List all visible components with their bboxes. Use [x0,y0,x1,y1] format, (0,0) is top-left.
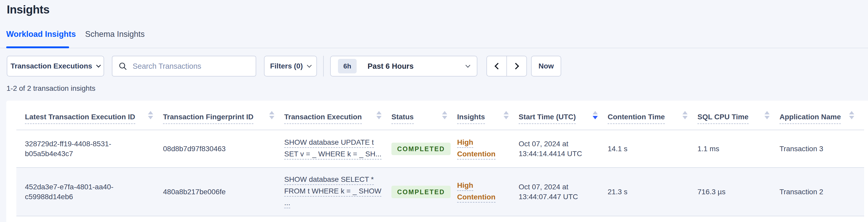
contention-time-cell: 14.1 s [608,130,698,167]
now-button[interactable]: Now [531,56,561,76]
sort-icon [682,111,688,119]
tab-schema-insights[interactable]: Schema Insights [85,30,145,39]
status-cell: COMPLETED [392,130,457,167]
sql-cpu-time-cell: 716.3 µs [698,167,779,216]
insights-cell: High Contention [457,130,519,167]
page-title: Insights [7,3,50,16]
transaction-execution-cell: SHOW database SELECT * FROM t WHERE k = … [284,167,392,216]
column-header-contention-time[interactable]: Contention Time [608,101,698,130]
transaction-execution-link[interactable]: SHOW database UPDATE t SET v = _ WHERE k… [284,138,381,158]
time-range-arrows [487,56,527,76]
execution-id-cell: 328729d2-ff19-4408-8531- b05a5b4e43c7 [17,130,163,167]
application-name-cell: Transaction 3 [779,130,864,167]
chevron-down-icon [96,63,101,67]
now-button-label: Now [538,62,554,70]
time-range-dropdown[interactable]: 6h Past 6 Hours [330,56,477,76]
filters-dropdown-label: Filters (0) [270,62,303,70]
column-header-transaction-execution[interactable]: Transaction Execution [284,101,392,130]
column-header-transaction-fingerprint-id[interactable]: Transaction Fingerprint ID [163,101,284,130]
sort-icon [765,111,770,119]
column-header-application-name[interactable]: Application Name [779,101,864,130]
status-badge: COMPLETED [392,142,451,155]
application-name-cell: Transaction 2 [779,167,864,216]
time-range-badge: 6h [338,59,356,73]
toolbar-separator [323,56,324,76]
fingerprint-id-cell: 480a8b217be006fe [163,167,284,216]
sort-icon [849,111,854,119]
status-cell: COMPLETED [392,167,457,216]
column-header-latest-transaction-execution-id[interactable]: Latest Transaction Execution ID [17,101,163,130]
results-summary: 1-2 of 2 transaction insights [6,84,95,93]
start-time-cell: Oct 07, 2024 at 13:44:14.4414 UTC [519,130,608,167]
high-contention-link[interactable]: High Contention [457,138,496,158]
sql-cpu-time-cell: 1.1 ms [698,130,779,167]
chevron-right-icon [513,63,519,69]
transaction-insights-table: Latest Transaction Execution ID Transact… [17,101,864,216]
search-input[interactable] [112,56,256,76]
sort-desc-icon [593,111,598,119]
search-icon [118,61,127,71]
active-tab-underline [6,46,69,48]
chevron-down-icon [465,63,470,67]
table-header-row: Latest Transaction Execution ID Transact… [17,101,864,130]
column-header-status[interactable]: Status [392,101,457,130]
sort-icon [442,111,447,119]
chevron-down-icon [307,63,311,67]
execution-id-cell: 452da3e7-e7fa-4801-aa40- c59988d14eb6 [17,167,163,216]
sort-icon [269,111,274,119]
transaction-type-dropdown-label: Transaction Executions [11,62,92,70]
insights-cell: High Contention [457,167,519,216]
column-header-start-time[interactable]: Start Time (UTC) [519,101,608,130]
next-time-range-button[interactable] [507,56,527,76]
search-container [112,56,256,76]
table-row: 452da3e7-e7fa-4801-aa40- c59988d14eb6 48… [17,167,864,216]
insights-page: Insights Workload Insights Schema Insigh… [0,0,868,222]
tab-workload-insights[interactable]: Workload Insights [6,30,76,39]
sort-icon [503,111,509,119]
sort-icon [148,111,153,119]
high-contention-link[interactable]: High Contention [457,181,496,201]
tabs-divider [0,48,868,48]
chevron-left-icon [494,63,501,69]
sort-icon [376,111,381,119]
contention-time-cell: 21.3 s [608,167,698,216]
transaction-execution-cell: SHOW database UPDATE t SET v = _ WHERE k… [284,130,392,167]
column-header-sql-cpu-time[interactable]: SQL CPU Time [698,101,779,130]
table-row: 328729d2-ff19-4408-8531- b05a5b4e43c7 08… [17,130,864,167]
previous-time-range-button[interactable] [487,56,507,76]
transaction-execution-link[interactable]: SHOW database SELECT * FROM t WHERE k = … [284,175,381,207]
transaction-type-dropdown[interactable]: Transaction Executions [7,56,104,76]
time-range-label: Past 6 Hours [368,62,413,70]
fingerprint-id-cell: 08d8b7d97f830463 [163,130,284,167]
start-time-cell: Oct 07, 2024 at 13:44:07.447 UTC [519,167,608,216]
status-badge: COMPLETED [392,186,451,198]
column-header-insights[interactable]: Insights [457,101,519,130]
filters-dropdown[interactable]: Filters (0) [264,56,317,76]
